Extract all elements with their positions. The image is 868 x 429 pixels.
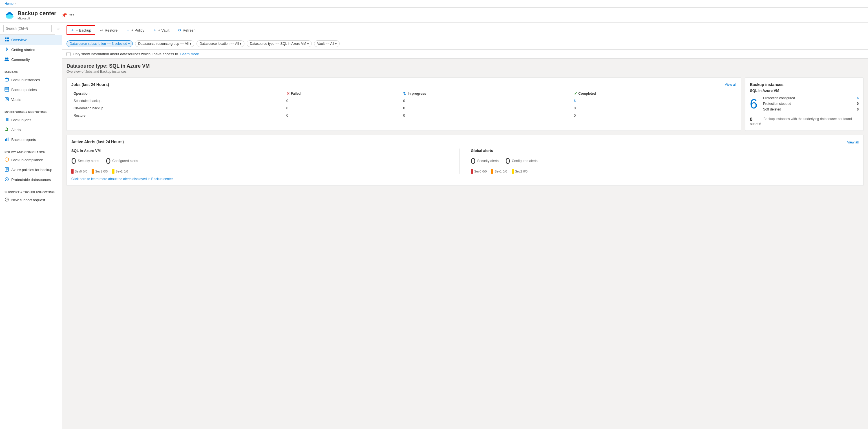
global-sev-row: Sev0 0/0 Sev1 0/0 Sev2 0/0 [471,169,859,174]
instances-count[interactable]: 6 [750,96,757,111]
filter-vault-label: Vault == All [317,42,334,45]
svg-rect-5 [5,37,6,39]
refresh-button[interactable]: ↻ Refresh [174,26,199,34]
collapse-sidebar-button[interactable]: « [55,27,62,31]
svg-point-12 [5,78,8,79]
refresh-icon: ↻ [178,28,181,32]
learn-more-link[interactable]: Learn more. [180,52,200,56]
vault-button[interactable]: ＋ + Vault [149,26,173,35]
svg-rect-26 [6,130,7,131]
global-sev1-bar [491,169,493,174]
content-wrapper: ＋ + Backup ↩ Restore ＋ + Policy ＋ + Vaul… [62,23,868,429]
filter-type-chevron: ▾ [307,42,309,45]
jobs-view-all-link[interactable]: View all [725,83,736,87]
sql-sev1-label: Sev1 [95,170,102,173]
filter-vault[interactable]: Vault == All ▾ [314,40,340,47]
search-input[interactable] [3,25,52,32]
alerts-view-all-link[interactable]: View all [847,141,859,144]
svg-point-4 [6,14,13,18]
instances-footer: 0 out of 6 Backup instances with the und… [750,117,859,126]
sql-alerts-counts: 0 Security alerts 0 Configured alerts [71,156,459,166]
filter-vault-chevron: ▾ [335,42,337,45]
col-in-progress: ↻ In progress [401,90,571,97]
sidebar-item-getting-started[interactable]: Getting started [0,45,62,55]
svg-point-23 [5,118,5,119]
sidebar-item-backup-instances[interactable]: Backup instances [0,75,62,85]
sidebar-section-support: Support + troubleshooting [0,187,62,195]
sidebar-item-label: Backup reports [11,137,36,142]
more-options-icon[interactable]: ••• [69,12,74,18]
page-content: Datasource type: SQL in Azure VM Overvie… [62,59,868,190]
global-configured-label: Configured alerts [512,159,537,163]
sidebar-item-backup-compliance[interactable]: Backup compliance [0,155,62,165]
global-sev1-value: 0/0 [503,170,507,173]
refresh-button-label: Refresh [183,28,196,32]
filter-subscription[interactable]: Datasource subscription == 3 selected ▾ [66,40,133,47]
vault-button-label: + Vault [158,28,169,32]
global-sev2-label: Sev2 [515,170,522,173]
alerts-card: Active Alerts (last 24 Hours) View all S… [66,135,864,186]
svg-rect-8 [7,40,9,41]
sql-security-label: Security alerts [78,159,99,163]
protection-configured-value[interactable]: 6 [857,96,859,100]
policy-button[interactable]: ＋ + Policy [122,26,148,35]
sidebar-item-label: Vaults [11,97,21,102]
alerts-card-title: Active Alerts (last 24 Hours) [71,140,124,144]
jobs-card-title: Jobs (last 24 Hours) [71,82,109,87]
restore-button[interactable]: ↩ Restore [96,26,122,34]
sidebar-item-overview[interactable]: Overview [0,35,62,45]
global-security-label: Security alerts [477,159,499,163]
sidebar-item-community[interactable]: Community [0,55,62,65]
people-icon [4,57,9,62]
sidebar-item-backup-jobs[interactable]: Backup jobs [0,115,62,125]
filter-location-chevron: ▾ [240,42,241,45]
filter-location[interactable]: Datasource location == All ▾ [196,40,244,47]
completed-cell-link[interactable]: 6 [572,97,736,105]
grid-icon [4,37,9,42]
instances-body: 6 Protection configured 6 Protection sto… [750,96,859,113]
sql-section-title: SQL in Azure VM [71,149,459,153]
breadcrumb-home[interactable]: Home [4,2,13,6]
sql-sev1-value: 0/0 [103,170,107,173]
datasource-icon [4,177,9,182]
pin-icon[interactable]: 📌 [61,12,67,18]
failed-cell: 0 [284,112,401,119]
filter-resource-group-chevron: ▾ [190,42,191,45]
shield-icon [4,157,9,163]
table-icon [4,87,9,92]
backup-button[interactable]: ＋ + Backup [66,25,95,35]
sidebar-item-new-support-request[interactable]: ? New support request [0,195,62,205]
access-checkbox[interactable] [66,52,70,56]
alerts-global-section: Global alerts 0 Security alerts 0 Config… [459,149,859,174]
app-logo-icon [4,10,15,20]
access-bar: Only show information about datasources … [62,50,868,59]
filter-resource-group-label: Datasource resource group == All [138,42,189,45]
filter-type[interactable]: Datasource type == SQL in Azure VM ▾ [247,40,312,47]
sidebar-item-label: Azure policies for backup [11,168,52,172]
cards-row-1: Jobs (last 24 Hours) View all Operation … [66,78,864,131]
backup-instances-card: Backup instances SQL in Azure VM 6 Prote… [745,78,864,131]
alerts-learn-more-link[interactable]: Click here to learn more about the alert… [71,177,859,181]
sidebar-item-vaults[interactable]: Vaults [0,95,62,104]
global-section-title: Global alerts [471,149,859,153]
sidebar-item-azure-policies[interactable]: Azure policies for backup [0,165,62,175]
operation-cell: Restore [71,112,284,119]
breadcrumb-bar: Home › [0,0,868,8]
svg-point-11 [7,58,8,59]
sidebar: « Overview Getting started Community Man… [0,23,62,429]
policy-button-label: + Policy [131,28,144,32]
sidebar-item-label: Community [11,58,30,62]
sidebar-item-label: New support request [11,198,45,202]
global-sev0: Sev0 0/0 [471,169,487,174]
sidebar-section-manage: Manage [0,67,62,75]
protection-stopped-value: 0 [857,102,859,106]
filter-subscription-chevron: ▾ [128,42,130,45]
alerts-sections: SQL in Azure VM 0 Security alerts 0 Conf… [71,149,859,174]
sidebar-item-backup-reports[interactable]: Backup reports [0,135,62,145]
filter-resource-group[interactable]: Datasource resource group == All ▾ [135,40,194,47]
sidebar-item-alerts[interactable]: Alerts [0,125,62,135]
sidebar-item-protectable-datasources[interactable]: Protectable datasources [0,175,62,185]
sql-sev2-value: 0/0 [124,170,128,173]
sidebar-item-backup-policies[interactable]: Backup policies [0,85,62,95]
app-header: Backup center Microsoft 📌 ••• [0,8,868,23]
